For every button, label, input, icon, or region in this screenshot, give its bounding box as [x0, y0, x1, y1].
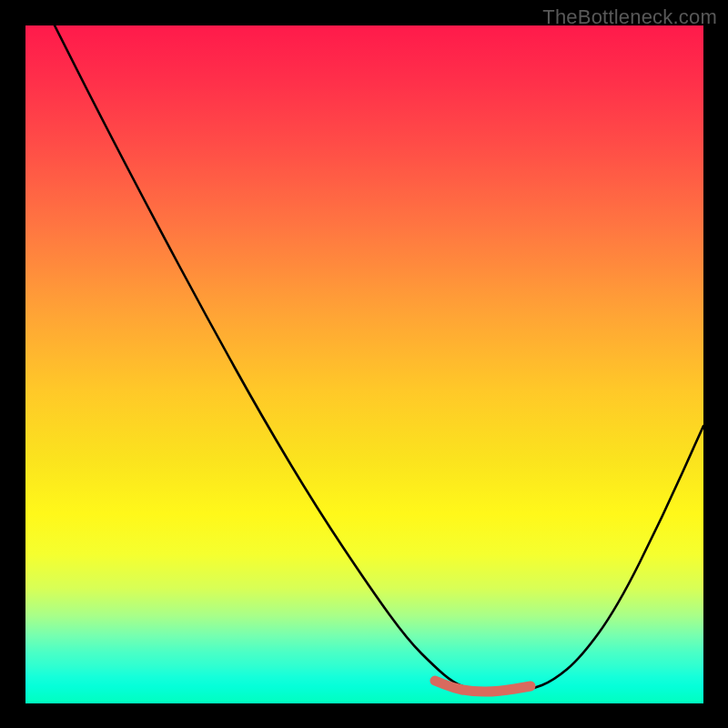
plot-area [25, 25, 703, 703]
chart-frame: TheBottleneck.com [0, 0, 728, 728]
bottleneck-curve [25, 25, 703, 703]
watermark-text: TheBottleneck.com [542, 5, 717, 29]
